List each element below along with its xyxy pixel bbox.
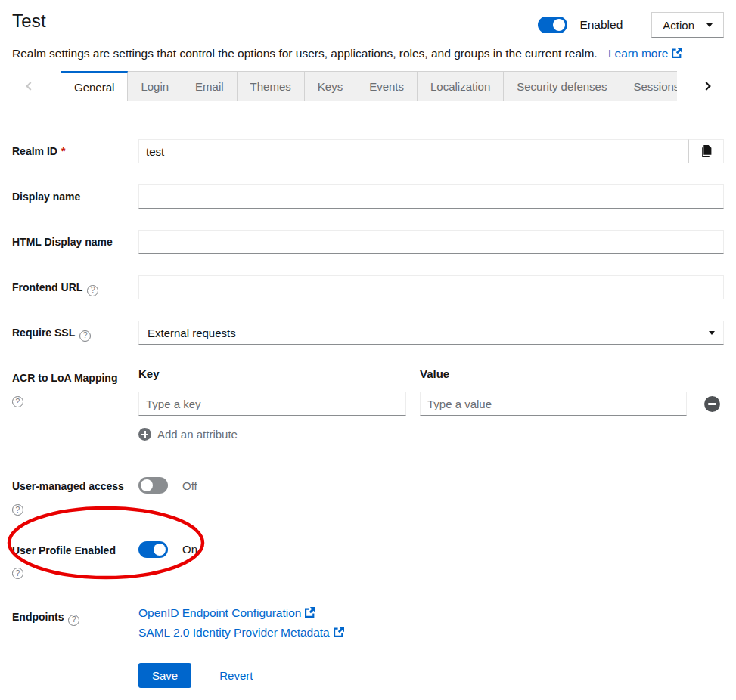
form-row-user-profile-enabled: User Profile Enabled On bbox=[12, 537, 724, 580]
help-icon[interactable] bbox=[68, 615, 79, 626]
copy-button[interactable] bbox=[688, 139, 724, 163]
tab-events[interactable]: Events bbox=[356, 71, 418, 101]
chevron-left-icon bbox=[26, 82, 34, 90]
toggle-knob bbox=[154, 544, 166, 556]
plus-circle-icon bbox=[138, 428, 151, 441]
help-icon[interactable] bbox=[79, 330, 91, 342]
value-column-header: Value bbox=[420, 366, 687, 380]
realm-enabled-toggle[interactable] bbox=[538, 17, 567, 33]
tab-bar: GeneralLoginEmailThemesKeysEventsLocaliz… bbox=[0, 71, 736, 101]
external-link-icon bbox=[305, 607, 315, 618]
tab-login[interactable]: Login bbox=[128, 71, 182, 101]
page-title: Test bbox=[12, 11, 46, 32]
action-dropdown[interactable]: Action bbox=[651, 12, 724, 38]
external-link-icon bbox=[334, 627, 344, 637]
form-row-frontend-url: Frontend URL bbox=[12, 275, 724, 299]
user-profile-enabled-state: On bbox=[182, 543, 197, 556]
acr-to-loa-label: ACR to LoA Mapping bbox=[12, 372, 117, 384]
caret-down-icon bbox=[709, 331, 715, 335]
user-managed-access-toggle[interactable] bbox=[138, 477, 168, 494]
tab-localization[interactable]: Localization bbox=[418, 71, 504, 101]
tab-security-defenses[interactable]: Security defenses bbox=[504, 71, 620, 101]
realm-id-label: Realm ID bbox=[12, 145, 65, 157]
minus-circle-icon bbox=[704, 396, 720, 412]
page-header: Test Enabled Action Realm settings are s… bbox=[0, 0, 736, 62]
revert-link[interactable]: Revert bbox=[219, 669, 253, 682]
toggle-knob bbox=[553, 19, 565, 31]
realm-enabled-label: Enabled bbox=[579, 18, 623, 32]
endpoint-link[interactable]: OpenID Endpoint Configuration bbox=[138, 605, 724, 621]
frontend-url-label: Frontend URL bbox=[12, 281, 82, 293]
display-name-input[interactable] bbox=[138, 184, 724, 209]
header-controls: Enabled Action bbox=[538, 12, 724, 38]
tab-bar-end bbox=[677, 71, 736, 101]
acr-value-input[interactable] bbox=[420, 392, 687, 416]
display-name-label: Display name bbox=[12, 190, 80, 203]
form-actions: Save Revert bbox=[138, 663, 724, 688]
user-managed-access-label: User-managed access bbox=[12, 480, 124, 492]
learn-more-link[interactable]: Learn more bbox=[608, 47, 682, 60]
endpoint-link[interactable]: SAML 2.0 Identity Provider Metadata bbox=[138, 624, 724, 641]
tab-themes[interactable]: Themes bbox=[238, 71, 305, 101]
user-profile-enabled-toggle[interactable] bbox=[138, 541, 168, 558]
help-icon[interactable] bbox=[12, 504, 23, 516]
key-column-header: Key bbox=[138, 366, 406, 380]
tab-email[interactable]: Email bbox=[182, 71, 238, 101]
html-display-name-label: HTML Display name bbox=[12, 236, 113, 248]
frontend-url-input[interactable] bbox=[138, 275, 724, 299]
add-attribute-label: Add an attribute bbox=[157, 428, 238, 441]
form-row-endpoints: Endpoints OpenID Endpoint ConfigurationS… bbox=[12, 600, 724, 641]
external-link-icon bbox=[672, 48, 682, 58]
tab-sessions[interactable]: Sessions bbox=[620, 71, 677, 101]
form-row-html-display-name: HTML Display name bbox=[12, 230, 724, 254]
remove-attribute-button[interactable] bbox=[700, 396, 724, 412]
form-row-user-managed-access: User-managed access Off bbox=[12, 465, 724, 516]
action-dropdown-label: Action bbox=[663, 19, 694, 32]
help-icon[interactable] bbox=[12, 396, 23, 407]
form-row-require-ssl: Require SSL External requests bbox=[12, 321, 724, 345]
form-row-acr-to-loa: ACR to LoA Mapping Key Value Add an attr… bbox=[12, 366, 724, 444]
acr-key-input[interactable] bbox=[138, 392, 406, 416]
tabs-list: GeneralLoginEmailThemesKeysEventsLocaliz… bbox=[61, 71, 677, 101]
user-managed-access-state: Off bbox=[182, 479, 197, 492]
html-display-name-input[interactable] bbox=[138, 230, 724, 254]
tabs-scroll-right-button[interactable] bbox=[697, 74, 716, 98]
endpoints-label: Endpoints bbox=[12, 611, 64, 623]
help-icon[interactable] bbox=[87, 285, 98, 296]
realm-description: Realm settings are settings that control… bbox=[12, 47, 598, 60]
general-tab-panel: Realm ID Display name H bbox=[0, 101, 736, 688]
toggle-knob bbox=[141, 479, 153, 491]
tab-general[interactable]: General bbox=[61, 71, 128, 101]
save-button[interactable]: Save bbox=[138, 663, 191, 688]
user-profile-enabled-label: User Profile Enabled bbox=[12, 544, 116, 556]
form-row-realm-id: Realm ID bbox=[12, 139, 724, 163]
require-ssl-select[interactable]: External requests bbox=[138, 321, 724, 345]
tabs-scroll-left-button[interactable] bbox=[0, 71, 61, 101]
form-row-display-name: Display name bbox=[12, 184, 724, 209]
require-ssl-label: Require SSL bbox=[12, 327, 75, 339]
add-attribute-button[interactable]: Add an attribute bbox=[138, 428, 238, 441]
caret-down-icon bbox=[706, 23, 713, 27]
tab-keys[interactable]: Keys bbox=[305, 71, 356, 101]
chevron-right-icon bbox=[702, 82, 710, 91]
help-icon[interactable] bbox=[12, 568, 23, 579]
realm-settings-page: Test Enabled Action Realm settings are s… bbox=[0, 0, 736, 700]
copy-icon bbox=[700, 145, 712, 158]
require-ssl-selected-value: External requests bbox=[148, 327, 236, 339]
realm-id-input[interactable] bbox=[138, 139, 688, 163]
